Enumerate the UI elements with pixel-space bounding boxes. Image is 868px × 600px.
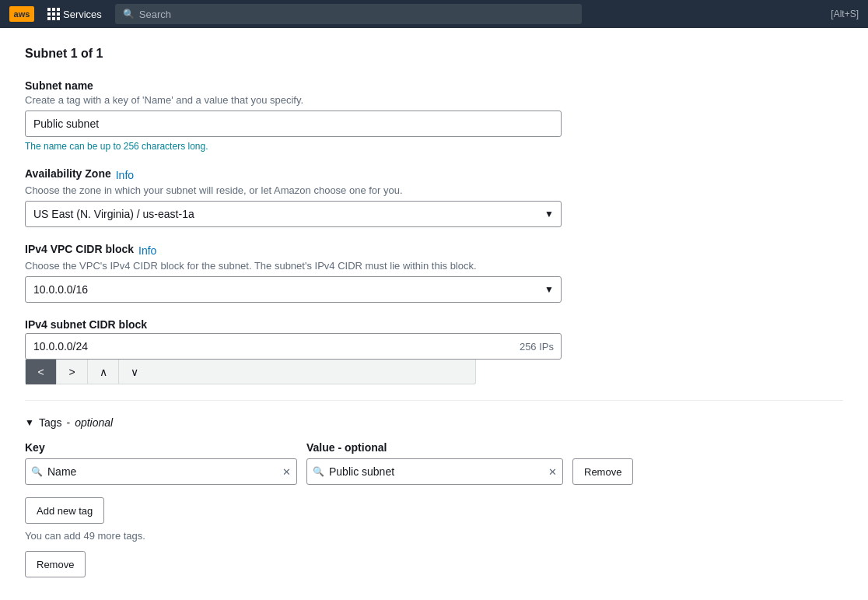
ipv4-subnet-cidr-input[interactable]: [25, 333, 562, 360]
ipv4-vpc-select-wrapper: 10.0.0.0/16 ▼: [25, 276, 562, 303]
subnet-name-section: Subnet name Create a tag with a key of '…: [25, 79, 843, 152]
ipv4-subnet-cidr-section: IPv4 subnet CIDR block 256 IPs < > ∧ ∨: [25, 318, 843, 384]
tags-section: ▼ Tags - optional Key Value - optional 🔍…: [25, 416, 843, 577]
availability-zone-sublabel: Choose the zone in which your subnet wil…: [25, 184, 843, 196]
subnet-name-label: Subnet name: [25, 79, 843, 92]
ipv4-vpc-info-link[interactable]: Info: [138, 244, 156, 257]
services-label: Services: [63, 9, 102, 20]
cidr-nav-down-button[interactable]: ∨: [119, 360, 150, 384]
grid-icon: [47, 8, 60, 20]
ipv4-vpc-sublabel: Choose the VPC's IPv4 CIDR block for the…: [25, 260, 843, 272]
add-tag-row: Add new tag: [25, 491, 843, 524]
remove-tag-button[interactable]: Remove: [572, 458, 633, 485]
tag-key-wrapper: 🔍 ✕: [25, 458, 297, 485]
ip-count-badge: 256 IPs: [520, 341, 554, 353]
tags-header-row: Key Value - optional: [25, 441, 843, 454]
services-button[interactable]: Services: [40, 4, 109, 24]
cidr-nav-up-button[interactable]: ∧: [88, 360, 119, 384]
cidr-nav-prev-button[interactable]: <: [26, 360, 57, 384]
search-bar[interactable]: 🔍: [115, 4, 582, 24]
search-icon: 🔍: [123, 9, 135, 19]
search-input[interactable]: [139, 9, 574, 20]
keyboard-shortcut: [Alt+S]: [831, 9, 859, 19]
ipv4-vpc-select[interactable]: 10.0.0.0/16: [25, 276, 562, 303]
tags-hint: You can add 49 more tags.: [25, 530, 843, 542]
tags-label: Tags: [39, 416, 62, 429]
tags-toggle[interactable]: ▼ Tags - optional: [25, 416, 843, 429]
chevron-down-icon: ▼: [25, 417, 34, 428]
tag-value-input[interactable]: [306, 458, 563, 485]
availability-zone-select-wrapper: US East (N. Virginia) / us-east-1a ▼: [25, 201, 562, 227]
subnet-header: Subnet 1 of 1: [25, 47, 843, 61]
main-content: Subnet 1 of 1 Subnet name Create a tag w…: [0, 28, 868, 600]
ipv4-vpc-label: IPv4 VPC CIDR block: [25, 243, 134, 255]
availability-zone-select[interactable]: US East (N. Virginia) / us-east-1a: [25, 201, 562, 227]
availability-zone-info-link[interactable]: Info: [116, 169, 134, 181]
divider: [25, 400, 843, 401]
tag-row-1: 🔍 ✕ 🔍 ✕ Remove: [25, 458, 843, 485]
aws-logo-box: aws: [9, 6, 34, 22]
cidr-input-wrapper: 256 IPs: [25, 333, 562, 360]
tags-separator: -: [66, 416, 70, 429]
ipv4-vpc-cidr-section: IPv4 VPC CIDR block Info Choose the VPC'…: [25, 243, 843, 303]
availability-zone-section: Availability Zone Info Choose the zone i…: [25, 167, 843, 227]
add-new-tag-button[interactable]: Add new tag: [25, 497, 104, 524]
subnet-name-input[interactable]: [25, 111, 562, 137]
tags-value-header: Value - optional: [306, 441, 563, 454]
aws-logo: aws: [9, 6, 34, 22]
tag-key-clear-icon[interactable]: ✕: [282, 466, 291, 478]
tag-value-wrapper: 🔍 ✕: [306, 458, 563, 485]
ipv4-subnet-label: IPv4 subnet CIDR block: [25, 318, 843, 331]
subnet-name-sublabel: Create a tag with a key of 'Name' and a …: [25, 94, 843, 106]
bottom-remove-button[interactable]: Remove: [25, 551, 86, 577]
tag-value-clear-icon[interactable]: ✕: [548, 466, 557, 478]
availability-zone-label: Availability Zone: [25, 167, 111, 180]
top-nav: aws Services 🔍 [Alt+S]: [0, 0, 868, 28]
tags-key-header: Key: [25, 441, 297, 454]
tag-key-input[interactable]: [25, 458, 297, 485]
tags-optional-label: optional: [75, 416, 113, 429]
subnet-name-hint: The name can be up to 256 characters lon…: [25, 141, 843, 152]
cidr-navigator: < > ∧ ∨: [25, 360, 476, 384]
cidr-nav-next-button[interactable]: >: [57, 360, 88, 384]
